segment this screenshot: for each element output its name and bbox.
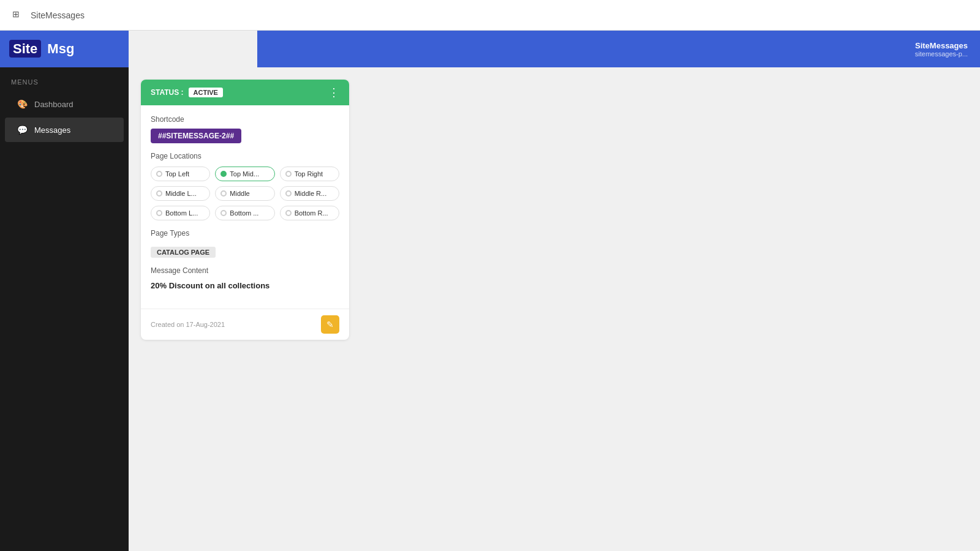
header-bar: SiteMessages sitemessages-p... bbox=[257, 31, 980, 67]
radio-bottom-left bbox=[156, 210, 162, 216]
card-body: Shortcode ##SITEMESSAGE-2## Page Locatio… bbox=[141, 105, 349, 309]
shortcode-label: Shortcode bbox=[151, 115, 339, 124]
main-content: SiteMessages sitemessages-p... STATUS : … bbox=[129, 31, 980, 551]
shortcode-value: ##SITEMESSAGE-2## bbox=[151, 129, 241, 143]
location-middle-right[interactable]: Middle R... bbox=[280, 186, 339, 201]
location-top-right-label: Top Right bbox=[295, 170, 323, 178]
location-top-mid[interactable]: Top Mid... bbox=[215, 167, 274, 181]
messages-icon: 💬 bbox=[16, 124, 28, 136]
brand-bar: SiteMsg bbox=[0, 31, 129, 67]
page-type-tag: CATALOG PAGE bbox=[151, 247, 216, 258]
sidebar-item-messages-label: Messages bbox=[34, 126, 70, 135]
header-app-sub: sitemessages-p... bbox=[915, 50, 968, 58]
header-app-name: SiteMessages bbox=[915, 41, 968, 50]
radio-top-mid bbox=[221, 171, 227, 177]
location-middle-right-label: Middle R... bbox=[295, 190, 327, 197]
status-area: STATUS : ACTIVE bbox=[151, 88, 223, 97]
top-bar: ⊞ SiteMessages bbox=[0, 0, 980, 31]
edit-icon: ✎ bbox=[326, 320, 334, 329]
top-bar-icon: ⊞ bbox=[12, 9, 24, 21]
dashboard-icon: 🎨 bbox=[16, 98, 28, 110]
brand-msg: Msg bbox=[43, 40, 78, 58]
location-top-left[interactable]: Top Left bbox=[151, 167, 210, 181]
message-card: STATUS : ACTIVE ⋮ Shortcode ##SITEMESSAG… bbox=[141, 80, 349, 340]
location-middle-left[interactable]: Middle L... bbox=[151, 186, 210, 201]
page-types-label: Page Types bbox=[151, 229, 339, 238]
radio-bottom-right bbox=[285, 210, 292, 216]
location-top-left-label: Top Left bbox=[165, 170, 189, 178]
radio-middle-left bbox=[156, 190, 162, 197]
status-label: STATUS : bbox=[151, 88, 184, 97]
card-header: STATUS : ACTIVE ⋮ bbox=[141, 80, 349, 105]
menus-label: MENUS bbox=[0, 67, 129, 91]
radio-middle bbox=[221, 190, 227, 197]
location-bottom-right-label: Bottom R... bbox=[295, 209, 328, 217]
location-top-mid-label: Top Mid... bbox=[230, 170, 259, 178]
sidebar-item-dashboard[interactable]: 🎨 Dashboard bbox=[5, 92, 124, 116]
page-locations-label: Page Locations bbox=[151, 152, 339, 160]
location-bottom-left[interactable]: Bottom L... bbox=[151, 206, 210, 220]
sidebar: SiteMsg MENUS 🎨 Dashboard 💬 Messages bbox=[0, 31, 129, 551]
message-content-section: Message Content 20% Discount on all coll… bbox=[151, 266, 339, 290]
message-content-label: Message Content bbox=[151, 266, 339, 275]
location-middle-left-label: Middle L... bbox=[165, 190, 197, 197]
location-top-right[interactable]: Top Right bbox=[280, 167, 339, 181]
sidebar-item-messages[interactable]: 💬 Messages bbox=[5, 118, 124, 142]
radio-top-left bbox=[156, 171, 162, 177]
location-middle[interactable]: Middle bbox=[215, 186, 274, 201]
brand-logo: SiteMsg bbox=[9, 41, 78, 57]
locations-grid: Top Left Top Mid... Top Right Middle L..… bbox=[151, 167, 339, 220]
radio-bottom-mid bbox=[221, 210, 227, 216]
location-middle-label: Middle bbox=[230, 190, 249, 197]
location-bottom-right[interactable]: Bottom R... bbox=[280, 206, 339, 220]
radio-top-right bbox=[285, 171, 292, 177]
created-date: Created on 17-Aug-2021 bbox=[151, 321, 225, 328]
header-right: SiteMessages sitemessages-p... bbox=[915, 41, 968, 58]
sidebar-item-dashboard-label: Dashboard bbox=[34, 100, 74, 109]
brand-site: Site bbox=[9, 40, 41, 58]
card-menu-icon[interactable]: ⋮ bbox=[328, 87, 339, 98]
radio-middle-right bbox=[285, 190, 292, 197]
edit-button[interactable]: ✎ bbox=[321, 315, 339, 334]
page-types-section: Page Types CATALOG PAGE bbox=[151, 229, 339, 258]
message-text: 20% Discount on all collections bbox=[151, 281, 339, 290]
location-bottom-left-label: Bottom L... bbox=[165, 209, 198, 217]
location-bottom-mid[interactable]: Bottom ... bbox=[215, 206, 274, 220]
location-bottom-mid-label: Bottom ... bbox=[230, 209, 258, 217]
app-layout: SiteMsg MENUS 🎨 Dashboard 💬 Messages Sit… bbox=[0, 31, 980, 551]
card-footer: Created on 17-Aug-2021 ✎ bbox=[141, 309, 349, 340]
status-badge: ACTIVE bbox=[189, 88, 223, 97]
top-bar-title: SiteMessages bbox=[31, 10, 85, 20]
